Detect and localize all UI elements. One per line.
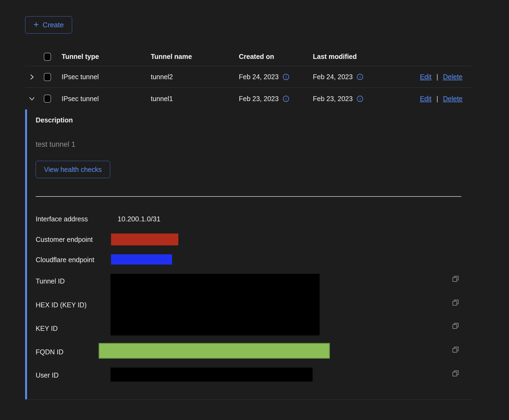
copy-icon[interactable] [451,369,460,378]
cloudflare-endpoint-redacted-value [111,254,172,265]
created-on-value: Feb 23, 2023 [239,95,279,103]
copy-icon[interactable] [451,275,460,284]
plus-icon: + [34,20,39,29]
last-modified-value: Feb 23, 2023 [313,95,353,103]
table-row: IPsec tunnel tunnel2 Feb 24, 2023 i Feb … [25,66,471,88]
interface-address-label: Interface address [36,215,88,223]
table-header-row: Tunnel type Tunnel name Created on Last … [25,47,471,66]
cloudflare-endpoint-label: Cloudflare endpoint [36,256,94,264]
copy-icon[interactable] [451,322,460,331]
row-checkbox[interactable] [44,73,51,81]
customer-endpoint-redacted-value [111,234,178,245]
tunnel-name-value: tunnel1 [151,95,239,103]
description-value: test tunnel 1 [36,140,75,149]
section-divider [36,196,461,197]
info-icon[interactable]: i [283,96,289,102]
tunnel-type-value: IPsec tunnel [62,73,151,81]
table-row: IPsec tunnel tunnel1 Feb 23, 2023 i Feb … [25,88,471,109]
row-checkbox[interactable] [44,95,51,103]
chevron-down-icon[interactable] [28,95,36,103]
edit-link[interactable]: Edit [420,73,431,81]
action-separator: | [436,73,438,81]
interface-address-value: 10.200.1.0/31 [118,215,160,223]
description-label: Description [36,116,73,124]
create-button-label: Create [43,21,64,29]
tunnels-page: + Create Tunnel type Tunnel name Created… [25,0,471,399]
info-icon[interactable]: i [357,74,363,80]
action-separator: | [436,95,438,103]
expanded-tunnel-details: Description test tunnel 1 View health ch… [25,109,471,399]
user-id-redacted-value [110,368,313,382]
tunnel-id-label: Tunnel ID [36,277,65,285]
delete-link[interactable]: Delete [443,73,463,81]
delete-link[interactable]: Delete [443,95,463,103]
chevron-right-icon[interactable] [28,73,36,81]
fqdn-id-redacted-value [99,343,330,359]
key-id-label: KEY ID [36,324,58,332]
hex-id-label: HEX ID (KEY ID) [36,301,86,309]
header-tunnel-name: Tunnel name [151,53,239,61]
tunnel-name-value: tunnel2 [151,73,239,81]
tunnel-type-value: IPsec tunnel [62,95,151,103]
view-health-checks-button[interactable]: View health checks [36,161,110,178]
last-modified-value: Feb 24, 2023 [313,73,353,81]
header-created-on: Created on [239,53,313,61]
fqdn-id-label: FQDN ID [36,348,63,356]
copy-icon[interactable] [451,299,460,307]
edit-link[interactable]: Edit [420,95,431,103]
header-last-modified: Last modified [313,53,416,61]
copy-icon[interactable] [451,346,460,354]
header-tunnel-type: Tunnel type [62,53,151,61]
created-on-value: Feb 24, 2023 [239,73,279,81]
tunnels-table: Tunnel type Tunnel name Created on Last … [25,47,471,399]
customer-endpoint-label: Customer endpoint [36,235,93,244]
create-button[interactable]: + Create [25,16,72,34]
info-icon[interactable]: i [357,96,363,102]
info-icon[interactable]: i [283,74,289,80]
select-all-checkbox[interactable] [44,53,51,61]
user-id-label: User ID [36,371,59,379]
tunnel-hex-key-ids-redacted-value [110,274,320,335]
